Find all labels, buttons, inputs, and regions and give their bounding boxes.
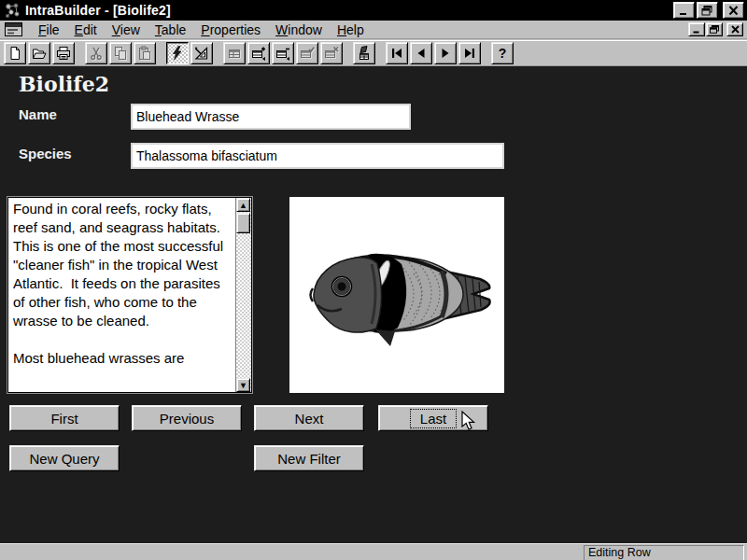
new-query-button[interactable]: New Query bbox=[9, 445, 120, 471]
mdi-minimize-button[interactable] bbox=[688, 22, 705, 36]
mdi-close-button[interactable] bbox=[726, 22, 743, 36]
previous-button-label: Previous bbox=[150, 410, 223, 427]
append-row-button[interactable] bbox=[247, 42, 270, 64]
minimize-icon bbox=[678, 6, 690, 16]
description-text: Found in coral reefs, rocky flats, reef … bbox=[8, 198, 236, 392]
menu-view[interactable]: View bbox=[105, 21, 148, 38]
open-folder-button[interactable] bbox=[28, 42, 50, 64]
abandon-row-icon bbox=[324, 46, 339, 61]
minimize-icon bbox=[692, 25, 702, 34]
delete-row-button[interactable] bbox=[272, 42, 294, 64]
scrollbar-thumb[interactable] bbox=[236, 213, 250, 233]
first-button-label: First bbox=[41, 410, 87, 427]
description-textarea[interactable]: Found in coral reefs, rocky flats, reef … bbox=[7, 197, 252, 393]
last-button[interactable]: Last bbox=[378, 405, 488, 431]
name-label: Name bbox=[19, 106, 57, 122]
previous-record-button[interactable] bbox=[410, 42, 432, 64]
menu-window[interactable]: Window bbox=[268, 21, 330, 38]
first-button[interactable]: First bbox=[9, 405, 120, 431]
copy-icon bbox=[113, 46, 128, 61]
minimize-button[interactable] bbox=[673, 2, 695, 19]
menu-properties[interactable]: Properties bbox=[193, 21, 268, 38]
run-form-button[interactable] bbox=[166, 42, 189, 64]
last-record-icon bbox=[462, 46, 477, 61]
design-mode-button[interactable] bbox=[190, 42, 213, 64]
save-row-icon bbox=[300, 46, 315, 61]
next-button[interactable]: Next bbox=[254, 405, 364, 431]
first-record-icon bbox=[389, 46, 404, 61]
new-filter-button[interactable]: New Filter bbox=[254, 445, 364, 471]
species-label: Species bbox=[19, 146, 72, 161]
menu-edit-label: Edit bbox=[75, 22, 97, 37]
menu-view-label: View bbox=[112, 22, 140, 37]
print-button[interactable] bbox=[52, 42, 75, 64]
down-arrow-icon: ▼ bbox=[239, 381, 247, 390]
menu-help[interactable]: Help bbox=[330, 21, 372, 38]
close-icon bbox=[727, 6, 740, 16]
table-grid-button[interactable] bbox=[223, 42, 246, 64]
last-button-label: Last bbox=[411, 410, 456, 427]
scroll-up-button[interactable]: ▲ bbox=[236, 198, 250, 212]
close-button[interactable] bbox=[723, 2, 744, 19]
new-query-button-label: New Query bbox=[20, 450, 108, 468]
status-panel: Editing Row bbox=[584, 545, 744, 560]
mdi-restore-button[interactable] bbox=[706, 22, 723, 36]
copy-button[interactable] bbox=[109, 42, 132, 64]
next-button-label: Next bbox=[286, 410, 333, 427]
cut-button[interactable] bbox=[85, 42, 107, 64]
restore-button[interactable] bbox=[697, 2, 718, 19]
new-document-icon bbox=[7, 46, 22, 61]
form-canvas: Biolife2 Name Species Found in coral ree… bbox=[0, 66, 747, 543]
new-filter-button-label: New Filter bbox=[268, 450, 350, 468]
refresh-rowset-icon bbox=[357, 46, 372, 61]
table-grid-icon bbox=[227, 46, 242, 61]
app-window: IntraBuilder - [Biolife2] bbox=[0, 0, 747, 560]
paste-icon bbox=[137, 46, 152, 61]
new-document-button[interactable] bbox=[4, 42, 26, 64]
abandon-row-button[interactable] bbox=[320, 42, 343, 64]
window-title: IntraBuilder - [Biolife2] bbox=[25, 3, 671, 18]
name-input[interactable] bbox=[131, 104, 411, 130]
open-folder-icon bbox=[32, 46, 47, 61]
last-record-button[interactable] bbox=[458, 42, 481, 64]
form-window-icon bbox=[5, 22, 23, 37]
status-text: Editing Row bbox=[588, 546, 651, 559]
species-input[interactable] bbox=[131, 143, 504, 169]
next-record-button[interactable] bbox=[434, 42, 457, 64]
menu-table[interactable]: Table bbox=[148, 21, 193, 38]
delete-row-icon bbox=[275, 46, 290, 61]
form-heading: Biolife2 bbox=[19, 72, 109, 96]
menu-window-label: Window bbox=[275, 22, 322, 37]
molecule-icon bbox=[5, 3, 21, 19]
up-arrow-icon: ▲ bbox=[239, 201, 247, 210]
titlebar: IntraBuilder - [Biolife2] bbox=[0, 0, 747, 21]
first-record-button[interactable] bbox=[386, 42, 408, 64]
scroll-down-button[interactable]: ▼ bbox=[236, 378, 250, 392]
menu-edit[interactable]: Edit bbox=[67, 21, 105, 38]
menu-table-label: Table bbox=[155, 22, 186, 37]
menu-file[interactable]: File bbox=[31, 21, 67, 38]
bluehead-wrasse-illustration bbox=[289, 197, 504, 393]
menu-file-label: File bbox=[38, 22, 60, 37]
menu-properties-label: Properties bbox=[201, 22, 261, 37]
cut-icon bbox=[89, 46, 104, 61]
refresh-rowset-button[interactable] bbox=[353, 42, 375, 64]
append-row-icon bbox=[251, 46, 266, 61]
help-button[interactable]: ? bbox=[491, 42, 514, 64]
save-row-button[interactable] bbox=[296, 42, 318, 64]
mdi-document-icon[interactable] bbox=[5, 22, 23, 37]
toolbar: ? bbox=[0, 40, 747, 66]
description-scrollbar[interactable]: ▲ ▼ bbox=[235, 198, 251, 392]
design-mode-icon bbox=[194, 46, 209, 61]
paste-button[interactable] bbox=[134, 42, 156, 64]
previous-button[interactable]: Previous bbox=[132, 405, 242, 431]
close-icon bbox=[730, 25, 740, 34]
next-record-icon bbox=[438, 46, 453, 61]
restore-icon bbox=[710, 25, 720, 34]
print-icon bbox=[56, 46, 71, 61]
previous-record-icon bbox=[414, 46, 429, 61]
menu-help-label: Help bbox=[337, 22, 364, 37]
run-form-lightning-icon bbox=[170, 46, 185, 61]
statusbar: Editing Row bbox=[0, 543, 747, 560]
app-icon[interactable] bbox=[5, 3, 21, 19]
